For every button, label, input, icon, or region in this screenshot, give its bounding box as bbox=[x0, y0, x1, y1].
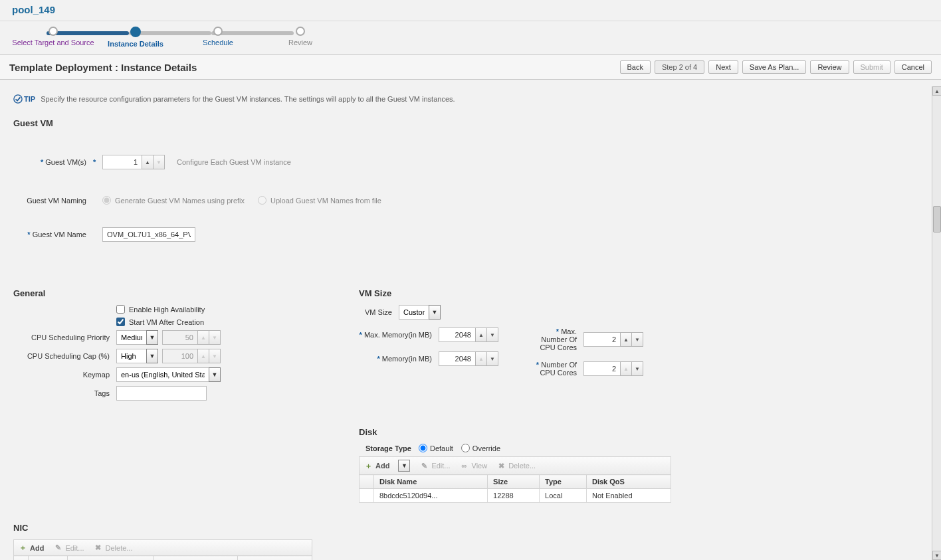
wizard-step-label[interactable]: Instance Details bbox=[108, 40, 163, 48]
back-button[interactable]: Back bbox=[620, 60, 651, 74]
stepper-up-icon: ▲ bbox=[197, 349, 209, 363]
chevron-down-icon[interactable]: ▼ bbox=[146, 349, 158, 363]
naming-generate-label: Generate Guest VM Names using prefix bbox=[115, 197, 245, 205]
stepper-up-icon[interactable]: ▲ bbox=[475, 327, 487, 342]
chevron-down-icon[interactable]: ▼ bbox=[146, 330, 158, 345]
general-section-title: General bbox=[13, 288, 326, 298]
cpu-input[interactable] bbox=[583, 361, 621, 376]
keymap-label: Keymap bbox=[13, 371, 116, 379]
svg-point-0 bbox=[14, 95, 22, 103]
nic-add-button[interactable]: ＋Add bbox=[18, 543, 44, 553]
cpu-cap-select[interactable] bbox=[116, 349, 147, 363]
vmsize-section-title: VM Size bbox=[359, 288, 698, 298]
guest-vm-count-label: Guest VM(s) bbox=[13, 158, 93, 166]
storage-default-label: Default bbox=[430, 444, 453, 452]
tip-bar: TIP Specify the resource configuration p… bbox=[13, 93, 918, 109]
wizard-step-label[interactable]: Select Target and Source bbox=[12, 39, 94, 47]
scrollbar-thumb[interactable] bbox=[933, 206, 941, 233]
storage-override-label: Override bbox=[472, 444, 500, 452]
maxmem-label: Max. Memory(in MB) bbox=[359, 331, 439, 339]
breadcrumb: pool_149 bbox=[0, 0, 941, 21]
submit-button: Submit bbox=[853, 60, 890, 74]
start-vm-checkbox[interactable] bbox=[116, 318, 125, 326]
wizard-step-instance[interactable]: Instance Details bbox=[94, 27, 177, 48]
wizard-step-source[interactable]: Select Target and Source bbox=[12, 27, 94, 47]
nic-col-name[interactable]: Name bbox=[29, 556, 68, 560]
storage-type-label: Storage Type bbox=[359, 444, 419, 452]
review-button[interactable]: Review bbox=[810, 60, 849, 74]
stepper-down-icon[interactable]: ▼ bbox=[486, 351, 498, 366]
step-circle-icon bbox=[213, 27, 223, 36]
stepper-down-icon[interactable]: ▼ bbox=[631, 361, 643, 376]
storage-override-radio[interactable] bbox=[461, 444, 470, 452]
keymap-select[interactable] bbox=[116, 367, 209, 382]
cancel-button[interactable]: Cancel bbox=[894, 60, 932, 74]
wizard-step-schedule[interactable]: Schedule bbox=[177, 27, 259, 47]
maxmem-input[interactable] bbox=[439, 327, 476, 342]
tip-label: TIP bbox=[24, 95, 35, 103]
step-indicator: Step 2 of 4 bbox=[655, 60, 704, 74]
nic-toolbar: ＋Add ✎Edit... ✖Delete... bbox=[13, 539, 312, 556]
table-row[interactable]: 8bdcdc5120d94... 12288 Local Not Enabled bbox=[360, 489, 671, 503]
naming-upload-label: Upload Guest VM Names from file bbox=[270, 197, 381, 205]
disk-col-name[interactable]: Disk Name bbox=[374, 475, 488, 489]
mem-input[interactable] bbox=[439, 351, 476, 366]
cpu-priority-select[interactable] bbox=[116, 330, 147, 345]
scrollbar[interactable]: ▲ ▼ bbox=[932, 86, 941, 560]
step-circle-icon bbox=[296, 27, 305, 36]
scroll-up-icon[interactable]: ▲ bbox=[932, 86, 941, 96]
pencil-icon: ✎ bbox=[419, 462, 429, 470]
tip-text: Specify the resource configuration param… bbox=[41, 95, 455, 103]
configure-each-vm-hint: Configure Each Guest VM instance bbox=[177, 158, 291, 166]
plus-icon: ＋ bbox=[364, 461, 373, 471]
step-circle-icon bbox=[49, 27, 58, 36]
scroll-down-icon[interactable]: ▼ bbox=[932, 551, 941, 560]
maxcpu-input[interactable] bbox=[583, 332, 621, 347]
vmsize-select[interactable] bbox=[399, 305, 429, 320]
mem-label: Memory(in MB) bbox=[359, 355, 439, 363]
disk-view-button: ∞View bbox=[460, 462, 488, 470]
disk-toolbar: ＋Add ▼ ✎Edit... ∞View ✖Delete... bbox=[359, 456, 671, 475]
nic-col-network[interactable]: Network bbox=[153, 556, 238, 560]
naming-upload-radio[interactable] bbox=[258, 196, 266, 205]
guest-vm-name-label: Guest VM Name bbox=[13, 231, 93, 238]
cpu-cap-label: CPU Scheduling Cap (%) bbox=[13, 352, 116, 360]
nic-section-title: NIC bbox=[13, 523, 918, 533]
disk-add-menu[interactable]: ▼ bbox=[398, 460, 410, 472]
disk-col-type[interactable]: Type bbox=[540, 475, 587, 489]
next-button[interactable]: Next bbox=[708, 60, 738, 74]
naming-generate-radio[interactable] bbox=[102, 196, 111, 205]
stepper-down-icon: ▼ bbox=[209, 349, 221, 363]
tags-input[interactable] bbox=[116, 386, 207, 401]
chevron-down-icon[interactable]: ▼ bbox=[429, 305, 441, 320]
disk-add-button[interactable]: ＋Add bbox=[364, 461, 389, 471]
nic-col-mac[interactable]: MAC Address bbox=[238, 556, 312, 560]
tip-icon: TIP bbox=[13, 94, 35, 104]
stepper-down-icon: ▼ bbox=[209, 330, 221, 345]
guest-vm-name-input[interactable] bbox=[102, 227, 195, 242]
guest-vm-count-input[interactable] bbox=[102, 155, 142, 169]
stepper-down-icon[interactable]: ▼ bbox=[486, 327, 498, 342]
disk-col-qos[interactable]: Disk QoS bbox=[586, 475, 671, 489]
stepper-up-icon[interactable]: ▲ bbox=[620, 361, 632, 376]
stepper-up-icon[interactable]: ▲ bbox=[475, 351, 487, 366]
nic-col-ntype[interactable]: Network Type bbox=[68, 556, 154, 560]
wizard-step-label[interactable]: Schedule bbox=[203, 39, 233, 47]
disk-table: Disk Name Size Type Disk QoS 8bdcdc5120d… bbox=[359, 474, 671, 503]
storage-default-radio[interactable] bbox=[419, 444, 427, 452]
chevron-down-icon[interactable]: ▼ bbox=[209, 367, 221, 382]
enable-ha-checkbox[interactable] bbox=[116, 305, 125, 314]
save-as-plan-button[interactable]: Save As Plan... bbox=[742, 60, 807, 74]
stepper-up-icon[interactable]: ▲ bbox=[142, 155, 154, 169]
step-circle-icon bbox=[130, 27, 141, 37]
wizard-step-review[interactable]: Review bbox=[259, 27, 342, 47]
disk-col-size[interactable]: Size bbox=[488, 475, 540, 489]
stepper-up-icon: ▲ bbox=[197, 330, 209, 345]
stepper-up-icon[interactable]: ▲ bbox=[620, 332, 632, 347]
link-icon: ∞ bbox=[460, 462, 469, 470]
cpu-priority-label: CPU Scheduling Priority bbox=[13, 333, 116, 341]
wizard-step-label[interactable]: Review bbox=[288, 39, 312, 47]
disk-delete-button: ✖Delete... bbox=[496, 462, 536, 470]
stepper-down-icon[interactable]: ▼ bbox=[631, 332, 643, 347]
stepper-down-icon[interactable]: ▼ bbox=[153, 155, 165, 169]
